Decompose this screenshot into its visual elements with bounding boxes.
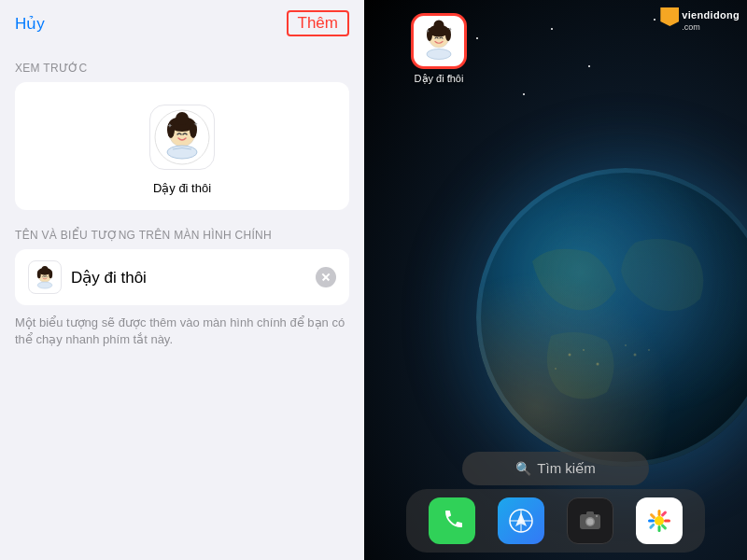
description-text: Một biểu tượng sẽ được thêm vào màn hình…	[0, 305, 364, 357]
svg-rect-44	[664, 520, 670, 523]
add-button[interactable]: Thêm	[287, 10, 349, 36]
star-7	[654, 19, 655, 21]
svg-rect-43	[648, 520, 655, 523]
svg-rect-48	[660, 524, 667, 530]
svg-point-15	[569, 354, 571, 357]
svg-point-21	[648, 349, 650, 351]
svg-text:✦: ✦	[448, 27, 452, 32]
svg-point-14	[37, 282, 52, 288]
clear-name-button[interactable]	[316, 267, 336, 287]
svg-rect-46	[649, 523, 655, 529]
earth-globe	[476, 168, 747, 467]
dock	[406, 489, 705, 553]
svg-point-12	[49, 271, 52, 279]
search-icon: 🔍	[515, 461, 531, 476]
search-bar[interactable]: 🔍 Tìm kiếm	[462, 452, 649, 485]
star-4	[523, 93, 525, 95]
svg-point-39	[596, 515, 598, 517]
dock-icon-safari[interactable]	[498, 497, 544, 544]
svg-point-11	[37, 271, 41, 279]
dock-icon-camera[interactable]	[567, 497, 613, 544]
app-icon-preview: ✦ ✦	[149, 105, 215, 170]
right-panel: ✦ ✦ Dậy đi thôi 🔍 Tìm kiếm	[364, 0, 747, 560]
top-bar: Hủy Thêm	[0, 0, 364, 47]
svg-point-17	[597, 363, 599, 366]
floating-app-icon-wrapper: ✦ ✦ Dậy đi thôi	[411, 13, 467, 85]
star-6	[588, 65, 590, 67]
dock-icon-phone[interactable]	[429, 497, 475, 544]
floating-icon-label: Dậy đi thôi	[415, 73, 464, 85]
name-icon-small	[28, 260, 62, 294]
svg-text:✦: ✦	[193, 121, 198, 127]
name-input-text[interactable]: Dậy đi thôi	[71, 268, 316, 287]
svg-rect-45	[649, 512, 655, 519]
watermark-tld: .com	[682, 22, 740, 32]
svg-rect-41	[658, 510, 661, 516]
svg-point-18	[555, 368, 557, 370]
name-section-label: TÊN VÀ BIỂU TƯỢNG TRÊN MÀN HÌNH CHÍNH	[0, 210, 364, 249]
wallpaper: ✦ ✦ Dậy đi thôi 🔍 Tìm kiếm	[364, 0, 747, 560]
svg-point-28	[427, 49, 451, 60]
preview-section-label: XEM TRƯỚC	[0, 47, 364, 82]
cancel-button[interactable]: Hủy	[15, 14, 45, 34]
search-text: Tìm kiếm	[537, 460, 595, 477]
left-panel: Hủy Thêm XEM TRƯỚC	[0, 0, 364, 560]
svg-point-22	[478, 170, 747, 465]
svg-text:✦: ✦	[426, 28, 430, 34]
svg-point-20	[634, 354, 637, 357]
svg-point-19	[625, 344, 627, 346]
svg-point-5	[176, 112, 189, 125]
svg-rect-47	[660, 511, 667, 517]
app-container: Hủy Thêm XEM TRƯỚC	[0, 0, 747, 560]
svg-text:✦: ✦	[167, 122, 173, 129]
watermark-brand: viendidong	[682, 9, 740, 21]
svg-point-38	[587, 519, 594, 525]
star-5	[551, 28, 553, 30]
svg-point-27	[434, 21, 444, 31]
app-name-preview-text: Dậy đi thôi	[153, 181, 211, 195]
dock-icon-photos[interactable]	[636, 497, 683, 544]
svg-rect-42	[658, 525, 661, 532]
svg-point-40	[655, 516, 664, 525]
svg-point-16	[583, 349, 585, 351]
star-2	[476, 37, 478, 39]
name-card: Dậy đi thôi	[15, 249, 349, 305]
preview-card: ✦ ✦ Dậy đi thôi	[15, 82, 349, 210]
svg-point-13	[42, 266, 49, 273]
floating-app-icon[interactable]: ✦ ✦	[411, 13, 467, 69]
watermark: viendidong .com	[660, 6, 740, 32]
svg-rect-36	[586, 511, 594, 515]
